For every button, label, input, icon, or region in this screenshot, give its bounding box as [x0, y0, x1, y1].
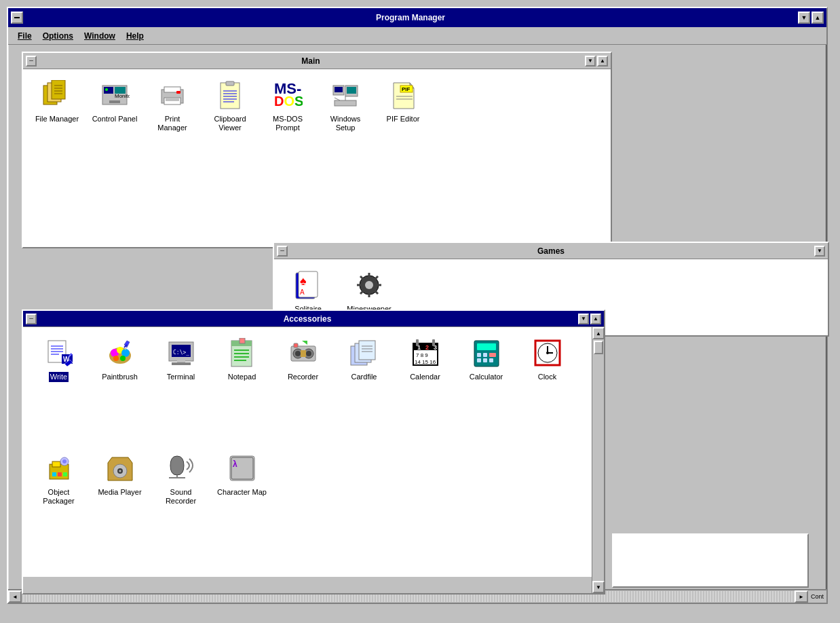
- scroll-up-btn[interactable]: ▲: [592, 327, 605, 339]
- games-minimize-btn[interactable]: ─: [277, 246, 288, 257]
- svg-rect-10: [105, 88, 108, 91]
- svg-rect-103: [416, 339, 419, 346]
- scroll-right-btn[interactable]: ►: [795, 590, 808, 603]
- svg-rect-109: [489, 353, 496, 357]
- accessories-window: ─ Accessories ▼ ▲: [22, 309, 605, 594]
- scroll-down-btn[interactable]: ▼: [592, 581, 605, 593]
- accessories-content: W Write: [23, 327, 592, 577]
- svg-rect-119: [52, 461, 60, 467]
- accessories-scrollbar-v: ▲ ▼: [592, 327, 604, 593]
- icon-media-player[interactable]: Media Player: [91, 449, 149, 570]
- icon-pif-editor[interactable]: PIF PIF Editor: [376, 76, 430, 240]
- svg-rect-111: [483, 358, 487, 362]
- svg-rect-88: [301, 350, 306, 357]
- svg-text:7  8  9: 7 8 9: [416, 352, 428, 358]
- icon-notepad[interactable]: Notepad: [213, 334, 271, 446]
- svg-rect-107: [477, 353, 481, 357]
- menu-options[interactable]: Options: [37, 30, 79, 42]
- svg-rect-30: [335, 87, 343, 92]
- cont-label: Cont: [808, 593, 826, 600]
- icon-file-manager[interactable]: File Manager: [30, 76, 84, 240]
- pif-editor-label: PIF Editor: [385, 114, 421, 124]
- icon-calendar[interactable]: 1 2 3 7 8 9 14 15 16 Calendar: [396, 334, 454, 446]
- svg-text:λ: λ: [233, 459, 237, 469]
- pm-content-area: ─ Main ▼ ▲: [8, 45, 826, 603]
- icon-clock[interactable]: Clock: [518, 334, 576, 446]
- icon-write[interactable]: W Write: [30, 334, 88, 446]
- media-player-label: Media Player: [96, 487, 142, 497]
- windows-setup-label: Windows Setup: [321, 114, 370, 133]
- main-scroll-up-btn[interactable]: ▲: [597, 56, 608, 67]
- svg-point-128: [119, 470, 121, 472]
- menu-file[interactable]: File: [12, 30, 37, 42]
- icon-print-manager[interactable]: Print Manager: [145, 76, 199, 240]
- svg-text:2: 2: [425, 344, 429, 351]
- scroll-up-button[interactable]: ▲: [812, 12, 824, 24]
- icon-cardfile[interactable]: Cardfile: [335, 334, 393, 446]
- svg-rect-20: [221, 83, 240, 109]
- scroll-track-main: [592, 356, 604, 581]
- svg-text:C:\>_: C:\>_: [173, 350, 189, 356]
- svg-rect-13: [109, 100, 120, 103]
- paintbrush-label: Paintbrush: [100, 372, 139, 382]
- main-scroll-down-btn[interactable]: ▼: [585, 56, 596, 67]
- svg-point-121: [62, 459, 66, 464]
- menu-help[interactable]: Help: [121, 30, 149, 42]
- acc-scroll-down-btn[interactable]: ▼: [578, 314, 589, 324]
- main-minimize-btn[interactable]: ─: [26, 56, 37, 67]
- acc-minimize-btn[interactable]: ─: [26, 314, 37, 324]
- svg-point-70: [113, 356, 119, 361]
- icon-clipboard-viewer[interactable]: Clipboard Viewer: [203, 76, 257, 240]
- scroll-down-button[interactable]: ▼: [798, 12, 810, 24]
- icon-recorder[interactable]: Recorder: [274, 334, 332, 446]
- games-window-title: Games: [288, 246, 814, 256]
- calculator-label: Calculator: [468, 372, 505, 382]
- icon-paintbrush[interactable]: Paintbrush: [91, 334, 149, 446]
- svg-rect-92: [359, 341, 375, 360]
- svg-rect-73: [177, 360, 185, 362]
- clock-icon: [531, 337, 564, 369]
- games-scroll-down-btn[interactable]: ▼: [814, 246, 825, 257]
- svg-point-87: [306, 351, 311, 356]
- windows-setup-icon: [329, 79, 362, 111]
- main-window-title: Main: [37, 56, 585, 66]
- icon-character-map[interactable]: λ Character Map: [213, 449, 271, 570]
- svg-rect-89: [294, 343, 298, 347]
- games-title-bar: ─ Games ▼: [274, 243, 828, 259]
- svg-point-117: [546, 352, 549, 354]
- svg-rect-33: [347, 87, 356, 94]
- menu-bar: File Options Window Help: [8, 27, 826, 45]
- acc-scroll-up-btn[interactable]: ▲: [590, 314, 601, 324]
- icon-object-packager[interactable]: Object Packager: [30, 449, 88, 570]
- svg-rect-110: [477, 358, 481, 362]
- media-player-icon: [104, 452, 136, 485]
- cardfile-label: Cardfile: [350, 372, 379, 382]
- program-manager-window: Program Manager ▼ ▲ File Options Window …: [7, 7, 828, 604]
- recorder-label: Recorder: [286, 372, 320, 382]
- extra-panel: [612, 533, 809, 588]
- terminal-icon: C:\>_: [165, 337, 197, 369]
- scroll-left-btn[interactable]: ◄: [8, 590, 22, 603]
- icon-sound-recorder[interactable]: Sound Recorder: [152, 449, 210, 570]
- minimize-button[interactable]: [11, 12, 23, 24]
- svg-line-51: [360, 276, 364, 280]
- icon-windows-setup[interactable]: Windows Setup: [318, 76, 373, 240]
- svg-text:Monitor: Monitor: [115, 93, 130, 99]
- calculator-icon: [470, 337, 503, 369]
- icon-terminal[interactable]: C:\>_ Terminal: [152, 334, 210, 446]
- ms-dos-prompt-icon: MS- DOS: [271, 79, 304, 111]
- menu-window[interactable]: Window: [79, 30, 121, 42]
- svg-rect-21: [226, 81, 234, 86]
- print-manager-label: Print Manager: [148, 114, 197, 133]
- character-map-label: Character Map: [216, 487, 268, 497]
- accessories-window-title: Accessories: [37, 314, 578, 324]
- calendar-label: Calendar: [408, 372, 442, 382]
- icon-ms-dos-prompt[interactable]: MS- DOS MS-DOS Prompt: [261, 76, 315, 240]
- character-map-icon: λ: [226, 452, 259, 485]
- svg-line-54: [360, 290, 364, 294]
- scroll-thumb[interactable]: [594, 341, 603, 354]
- icon-calculator[interactable]: Calculator: [457, 334, 515, 446]
- svg-line-53: [375, 276, 378, 280]
- icon-control-panel[interactable]: Monitor Control Panel: [88, 76, 142, 240]
- svg-point-85: [295, 351, 301, 356]
